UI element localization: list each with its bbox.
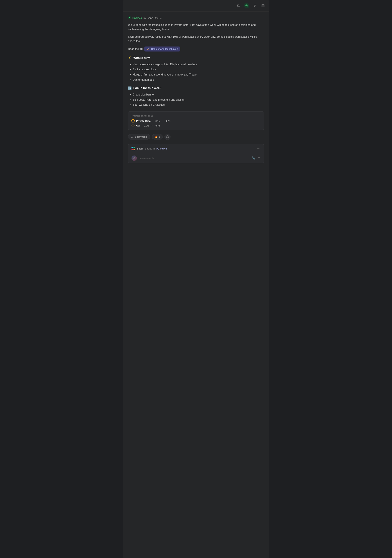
slack-channel: #p-new-ui <box>157 147 167 150</box>
whats-new-heading: ⚡ What's new <box>128 56 264 60</box>
list-item: Changelog banner <box>133 92 264 97</box>
slack-meta-prefix: thread in <box>145 147 155 150</box>
status-meta: by yann Mar 4 <box>143 17 162 19</box>
progress-row-private-beta: Private Beta · 90% → 98% <box>131 119 261 122</box>
list-item: Darker dark mode <box>133 78 264 82</box>
svg-rect-3 <box>262 5 263 7</box>
slack-thread-card: Slack thread in #p-new-ui ··· Leave a re… <box>128 144 264 163</box>
diamond-icon <box>131 119 135 123</box>
layout-icon[interactable] <box>261 3 265 8</box>
rollout-link[interactable]: 🚀 Roll out and launch plan <box>144 46 180 52</box>
on-track-icon <box>128 16 131 19</box>
slack-more-button[interactable]: ··· <box>257 147 261 150</box>
avatar <box>131 156 137 161</box>
list-item: Start working on GA issues <box>133 103 264 107</box>
progress-card-title: Progress since Feb 26 <box>131 114 261 117</box>
body-paragraph-1: We're done with the issues included in P… <box>128 23 264 32</box>
comments-label: 3 comments <box>135 136 147 138</box>
svg-point-5 <box>166 136 169 138</box>
slack-header: Slack thread in #p-new-ui ··· <box>128 144 264 153</box>
slack-reply-row: Leave a reply... 📎 <box>128 153 264 163</box>
link-row: Read the full 🚀 Roll out and launch plan <box>128 46 264 52</box>
status-header: On track by yann Mar 4 <box>128 16 264 19</box>
send-icon[interactable] <box>258 156 261 160</box>
list-item: Similar issues block <box>133 67 264 72</box>
status-label: On track <box>132 17 142 19</box>
private-beta-from: 90% <box>155 120 160 122</box>
slack-logo <box>131 147 135 150</box>
focus-list: Changelog banner Blog posts Part I and I… <box>128 92 264 107</box>
main-content: On track by yann Mar 4 We're done with t… <box>123 11 269 167</box>
whats-new-emoji: ⚡ <box>128 56 132 60</box>
body-paragraph-2: It will be progressively rolled out, wit… <box>128 35 264 44</box>
fire-count: 5 <box>159 136 160 138</box>
progress-card: Progress since Feb 26 Private Beta · 90%… <box>128 111 264 130</box>
add-reaction-button[interactable] <box>165 134 171 140</box>
status-badge: On track <box>128 16 142 19</box>
fire-emoji: 🔥 <box>155 136 157 138</box>
diamond-icon <box>131 123 135 128</box>
reply-input-placeholder[interactable]: Leave a reply... <box>139 157 250 160</box>
ga-to: 48% <box>155 124 160 127</box>
svg-rect-4 <box>263 5 264 7</box>
slack-header-left: Slack thread in #p-new-ui <box>131 147 167 150</box>
slack-brand: Slack <box>137 147 143 150</box>
private-beta-to: 98% <box>166 120 171 122</box>
link-text: Roll out and launch plan <box>151 47 178 50</box>
private-beta-label: Private Beta <box>136 120 151 122</box>
focus-emoji: ➡️ <box>128 86 132 90</box>
focus-label: Focus for this week <box>133 86 161 90</box>
action-row: 3 comments 🔥 5 <box>128 134 264 140</box>
whats-new-label: What's new <box>133 56 150 60</box>
list-item: New typescale + usage of Inter Display o… <box>133 62 264 67</box>
bars-icon[interactable] <box>253 3 257 8</box>
top-bar <box>123 0 269 11</box>
ga-label: GA <box>136 124 140 127</box>
slack-reply-actions: 📎 <box>252 156 261 160</box>
comments-button[interactable]: 3 comments <box>128 134 150 140</box>
list-item: Blog posts Part I and II (content and as… <box>133 97 264 102</box>
date-label: Mar 4 <box>155 17 161 19</box>
list-item: Merge of first and second headers in Inb… <box>133 72 264 77</box>
focus-heading: ➡️ Focus for this week <box>128 86 264 90</box>
ga-from: 21% <box>144 124 149 127</box>
progress-row-ga: GA · 21% → 48% <box>131 124 261 127</box>
read-full-label: Read the full <box>128 47 143 51</box>
app-container: On track by yann Mar 4 We're done with t… <box>123 0 269 558</box>
bell-icon[interactable] <box>236 3 241 8</box>
svg-point-8 <box>134 157 134 158</box>
link-emoji: 🚀 <box>147 47 150 51</box>
pulse-icon[interactable] <box>244 3 249 8</box>
author-name: yann <box>148 17 153 19</box>
by-label: by <box>143 17 146 19</box>
attachment-icon[interactable]: 📎 <box>252 156 255 160</box>
whats-new-list: New typescale + usage of Inter Display o… <box>128 62 264 82</box>
fire-reaction-button[interactable]: 🔥 5 <box>152 134 163 140</box>
